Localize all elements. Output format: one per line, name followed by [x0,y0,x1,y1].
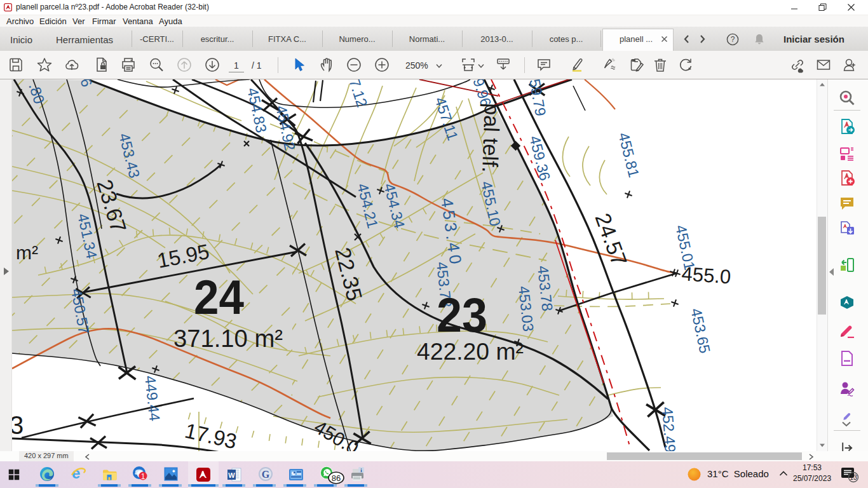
svg-text:452.49: 452.49 [659,407,679,451]
svg-text:24: 24 [194,270,244,324]
svg-text:17.93: 17.93 [182,419,239,451]
svg-text:pal telf.: pal telf. [478,103,505,173]
svg-text:W: W [228,471,235,479]
svg-text:24.57: 24.57 [590,210,632,269]
svg-text:455.81: 455.81 [615,131,642,179]
svg-text:G: G [262,469,270,480]
svg-text:453.65: 453.65 [688,307,713,355]
svg-text:m²: m² [16,242,38,263]
svg-text:1: 1 [141,472,146,481]
svg-text:86: 86 [332,473,341,483]
svg-text:13: 13 [850,473,857,481]
svg-text:371.10 m²: 371.10 m² [173,325,283,352]
svg-text:23: 23 [437,288,487,342]
svg-text:449.44: 449.44 [142,375,163,422]
svg-text:422.20 m²: 422.20 m² [417,339,524,365]
svg-text:3: 3 [12,411,24,439]
svg-text:?: ? [731,35,735,44]
svg-text:455.0: 455.0 [681,262,732,288]
svg-text:7.12: 7.12 [346,79,370,109]
